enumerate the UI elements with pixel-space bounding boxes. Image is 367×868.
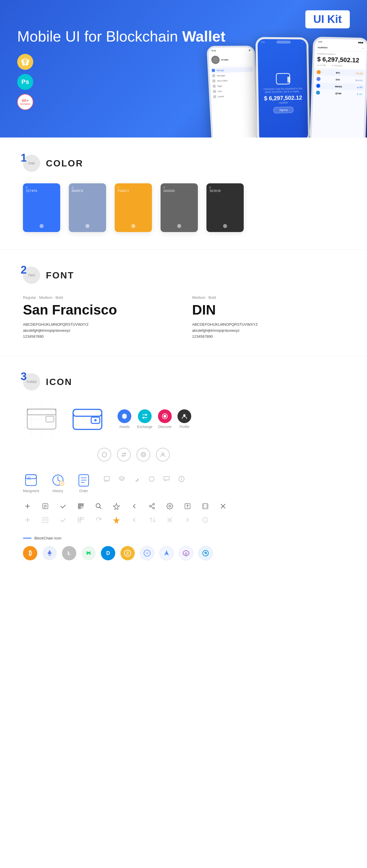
icon-title: ICON xyxy=(46,377,72,387)
stratis-icon xyxy=(198,546,213,560)
font-din: Medium · Bold DIN ABCDEFGHIJKLMNOPQRSTUV… xyxy=(192,296,344,339)
info-icon xyxy=(177,474,186,484)
sketch-badge xyxy=(17,54,33,70)
svg-point-26 xyxy=(59,481,64,486)
svg-rect-10 xyxy=(27,409,56,415)
uikit-badge: UI Kit xyxy=(305,10,350,28)
polymath-icon xyxy=(179,546,193,560)
utility-icons-row2 xyxy=(23,515,344,525)
svg-point-16 xyxy=(163,415,166,418)
svg-rect-69 xyxy=(81,517,83,520)
svg-point-19 xyxy=(142,454,144,456)
phone-main-content: Character may be mastered in the great m… xyxy=(257,45,308,137)
coin-list: BTC 738-298 ETH 564.912 WAVES ▲ 5% QTUM … xyxy=(313,68,366,99)
svg-point-58 xyxy=(169,505,171,507)
phone-main-status: 9:41 + xyxy=(257,39,307,45)
history-icon xyxy=(51,473,65,487)
litecoin-icon: Ł xyxy=(62,546,76,560)
svg-point-54 xyxy=(149,505,151,507)
num-circle-1: 1 ONE xyxy=(23,155,40,172)
ghost-icons-row xyxy=(97,448,344,462)
neo-icon xyxy=(81,546,96,560)
menu-icon xyxy=(213,79,216,83)
filled-wallet-container xyxy=(72,405,103,433)
misc-icons xyxy=(102,473,186,484)
blockchain-label: BlockChain Icon xyxy=(23,536,344,540)
back-ghost-icon xyxy=(130,515,139,525)
svg-rect-47 xyxy=(82,504,83,505)
font-din-upper: ABCDEFGHIJKLMNOPQRSTUVWXYZ xyxy=(192,322,344,327)
color-swatches: #3574FA #8DA0C8 #F5A623 #666666 #303030 xyxy=(23,183,344,232)
svg-text:Z: Z xyxy=(126,551,129,555)
font-sf-upper: ABCDEFGHIJKLMNOPQRSTUVWXYZ xyxy=(23,322,175,327)
arrows-ghost-icon xyxy=(147,515,157,525)
chat-icon xyxy=(102,474,112,484)
wallet-tagline: Character may be mastered in the great m… xyxy=(261,87,305,94)
ethereum-icon xyxy=(43,546,57,560)
discover-icon-item: Discover xyxy=(158,409,172,429)
back-icon[interactable] xyxy=(130,502,139,511)
management-icon-item: Mangment xyxy=(23,473,39,493)
qr-ghost-icon xyxy=(76,515,85,525)
svg-rect-60 xyxy=(203,504,208,509)
ghost-assets-icon xyxy=(97,448,111,462)
discover-label: Discover xyxy=(158,425,172,429)
profile-icon-item: Profile xyxy=(177,409,191,429)
qr-icon xyxy=(76,502,85,511)
coin-row-waves: WAVES ▲ 5% xyxy=(314,83,364,91)
swatch-steelblue: #8DA0C8 xyxy=(69,183,106,232)
settings-icon[interactable] xyxy=(165,502,174,511)
section-num-color: 1 ONE COLOR xyxy=(23,155,344,172)
svg-rect-13 xyxy=(73,409,102,416)
font-din-name: DIN xyxy=(192,302,344,318)
order-icon-item: Order xyxy=(77,473,91,493)
dash-icon: D xyxy=(101,546,115,560)
font-sf: Regular · Medium · Bold San Francisco AB… xyxy=(23,296,175,339)
svg-rect-48 xyxy=(79,507,80,508)
star-icon xyxy=(112,502,121,511)
moon-icon xyxy=(132,474,141,484)
font-din-style: Medium · Bold xyxy=(192,296,344,300)
swatch-darkgray: #303030 xyxy=(206,183,244,232)
svg-rect-68 xyxy=(78,517,81,520)
color-section: 1 ONE COLOR #3574FA #8DA0C8 #F5A623 #666… xyxy=(0,137,367,249)
exchange-label: Exchange xyxy=(137,425,152,429)
wallet-amount: $ 6,297,502.12 xyxy=(264,95,302,102)
svg-point-55 xyxy=(153,507,154,509)
swatch-gray: #666666 xyxy=(161,183,198,232)
forward-ghost-icon xyxy=(183,515,192,525)
profile-label: Profile xyxy=(179,425,189,429)
svg-point-53 xyxy=(153,503,154,505)
svg-point-75 xyxy=(205,519,205,519)
svg-point-21 xyxy=(162,453,164,455)
phone-back: 9:41⚙ Profile Manage Message xyxy=(206,46,259,137)
check-ghost-icon xyxy=(58,515,68,525)
share-icon[interactable] xyxy=(147,502,157,511)
eth-dot xyxy=(316,77,320,81)
phone-main: 9:41 + Character may be mastered in the … xyxy=(255,37,310,137)
profile-header: Profile xyxy=(209,53,254,67)
btc-dot xyxy=(317,70,321,74)
cancel-ghost-icon xyxy=(165,515,174,525)
ps-badge: Ps xyxy=(17,74,33,90)
discover-icon xyxy=(158,409,172,423)
blockchain-text: BlockChain Icon xyxy=(34,536,61,540)
nav-icons-row: Mangment History Order xyxy=(23,473,344,493)
svg-rect-70 xyxy=(78,520,81,523)
ghost-discover-icon xyxy=(137,448,150,462)
phone-front-balance: Available Balance $ 6,297,502.12 ▲ 12-28… xyxy=(314,51,366,69)
ark-icon xyxy=(160,546,174,560)
assets-label: Assets xyxy=(119,425,130,429)
font-sf-style: Regular · Medium · Bold xyxy=(23,296,175,300)
check-icon xyxy=(58,502,68,511)
svg-line-56 xyxy=(151,504,153,506)
svg-rect-23 xyxy=(27,476,31,480)
close-icon[interactable] xyxy=(219,502,228,511)
search-icon[interactable] xyxy=(94,502,103,511)
svg-line-52 xyxy=(100,507,101,509)
font-sf-nums: 1234567890 xyxy=(23,334,175,339)
blockchain-line xyxy=(23,538,32,538)
signup-button[interactable]: SignUp xyxy=(273,106,294,114)
svg-line-57 xyxy=(151,506,153,507)
management-label: Mangment xyxy=(23,489,39,493)
